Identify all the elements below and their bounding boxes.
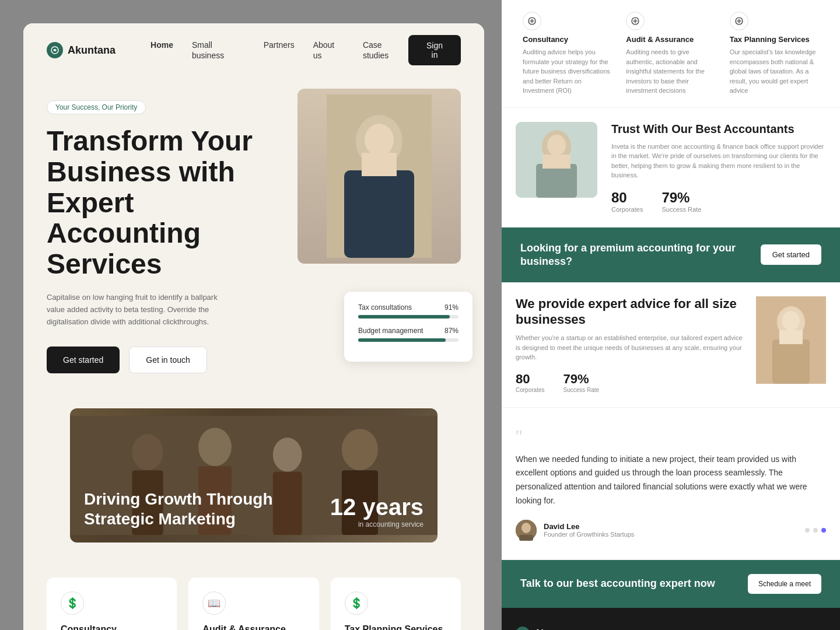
testimonial-section: " When we needed funding to initiate a n… [502, 408, 840, 560]
trust-section: Trust With Our Best Accountants Inveta i… [502, 108, 840, 228]
cta-title-1: Looking for a premium accounting for you… [520, 242, 761, 269]
svg-rect-36 [519, 535, 533, 541]
service-top-0: Consultancy Auditing advice helps you fo… [516, 12, 619, 96]
service-card-1: 📖 Audit & Assurance Auditing needs to gi… [188, 578, 318, 630]
svg-point-32 [782, 311, 800, 331]
service-top-desc-1: Auditing needs to give authentic, action… [626, 47, 715, 96]
nav-case-studies[interactable]: Case studies [363, 40, 388, 60]
service-top-1: Audit & Assurance Auditing needs to give… [619, 12, 722, 96]
footer-logo: Akuntana [516, 626, 826, 630]
svg-point-27 [547, 135, 566, 156]
service-card-0: 💲 Consultancy Auditing advice helps you … [47, 578, 177, 630]
team-years-number: 12 years [330, 494, 424, 520]
expert-stat-label-0: Corporates [516, 387, 544, 393]
svg-rect-3 [344, 170, 414, 258]
author-title: Founder of Growthinks Startups [544, 531, 634, 538]
team-overlay: Driving Growth Through Strategic Marketi… [70, 408, 438, 542]
stat-budget-bar [358, 338, 459, 342]
footer: Akuntana Join our newsletter → Home Abou… [502, 608, 840, 630]
trust-stat-0: 80 Corporates [611, 190, 643, 213]
trust-stat-num-1: 79% [662, 190, 701, 206]
nav-about[interactable]: About us [313, 40, 335, 60]
hero-description: Capitalise on low hanging fruit to ident… [47, 292, 233, 328]
team-section: Driving Growth Through Strategic Marketi… [70, 408, 438, 542]
service-top-icon-2 [730, 12, 748, 30]
hero-section: Your Success, Our Priority Transform You… [23, 77, 484, 408]
dot-0 [805, 528, 810, 533]
navbar: Akuntana Home Small business Partners Ab… [23, 23, 484, 77]
cta-button-2[interactable]: Schedule a meet [748, 574, 821, 594]
cta-button-1[interactable]: Get started [761, 244, 821, 265]
nav-small-business[interactable]: Small business [192, 40, 224, 60]
trust-stats: 80 Corporates 79% Success Rate [611, 190, 826, 213]
service-icon-0: 💲 [61, 592, 84, 615]
svg-point-4 [365, 124, 394, 156]
hero-title: Transform Your Business with Expert Acco… [47, 126, 268, 280]
stat-tax-label: Tax consultations 91% [358, 303, 459, 312]
cta-title-2: Talk to our best accounting expert now [520, 577, 715, 590]
service-top-desc-2: Our specialist's tax knowledge encompass… [730, 47, 819, 96]
expert-stat-label-1: Success Rate [563, 387, 599, 393]
dot-1 [813, 528, 818, 533]
stat-tax-bar [358, 315, 459, 318]
services-top: Consultancy Auditing advice helps you fo… [502, 0, 840, 108]
service-top-desc-0: Auditing advice helps you formulate your… [523, 47, 612, 96]
team-title: Driving Growth Through Strategic Marketi… [84, 489, 330, 528]
brand-name: Akuntana [68, 44, 116, 57]
expert-section: We provide expert advice for all size bu… [502, 282, 840, 407]
expert-stat-0: 80 Corporates [516, 372, 544, 393]
service-top-title-0: Consultancy [523, 35, 612, 44]
right-panel: Consultancy Auditing advice helps you fo… [502, 0, 840, 630]
nav-partners[interactable]: Partners [264, 40, 295, 50]
author-info: David Lee Founder of Growthinks Startups [544, 522, 634, 538]
trust-stat-1: 79% Success Rate [662, 190, 701, 213]
hero-person-photo [298, 89, 461, 264]
cta-banner-2: Talk to our best accounting expert now S… [502, 560, 840, 608]
service-icon-1: 📖 [202, 592, 226, 615]
stats-card: Tax consultations 91% Budget management … [344, 292, 473, 362]
testimonial-author: David Lee Founder of Growthinks Startups [516, 520, 826, 541]
testimonial-text: When we needed funding to initiate a new… [516, 453, 826, 508]
trust-stat-label-1: Success Rate [662, 206, 701, 213]
svg-rect-33 [779, 330, 803, 344]
get-started-button[interactable]: Get started [47, 346, 120, 373]
footer-logo-icon [516, 626, 530, 630]
trust-stat-label-0: Corporates [611, 206, 643, 213]
expert-content: We provide expert advice for all size bu… [516, 296, 744, 393]
cta-banner-1: Looking for a premium accounting for you… [502, 228, 840, 283]
svg-point-35 [522, 523, 531, 533]
signin-button[interactable]: Sign in [408, 35, 461, 65]
expert-stat-num-0: 80 [516, 372, 544, 387]
author-avatar [516, 520, 537, 541]
stat-budget-fill [358, 338, 446, 342]
get-in-touch-button[interactable]: Get in touch [129, 346, 207, 373]
nav-home[interactable]: Home [150, 40, 173, 50]
service-top-icon-1 [626, 12, 645, 30]
service-icon-2: 💲 [345, 592, 368, 615]
expert-title: We provide expert advice for all size bu… [516, 296, 744, 327]
service-title-2: Tax Planning Services [345, 624, 447, 630]
trust-stat-num-0: 80 [611, 190, 643, 206]
service-top-icon-0 [523, 12, 541, 30]
service-title-0: Consultancy [61, 624, 163, 630]
stat-tax: Tax consultations 91% [358, 303, 459, 318]
logo: Akuntana [47, 42, 116, 58]
dot-2 [821, 528, 826, 533]
trust-image [516, 122, 597, 198]
nav-links: Home Small business Partners About us Ca… [150, 40, 408, 61]
hero-tag: Your Success, Our Priority [47, 100, 146, 114]
stat-budget-label: Budget management 87% [358, 327, 459, 335]
svg-rect-31 [772, 340, 810, 384]
service-top-2: Tax Planning Services Our specialist's t… [723, 12, 826, 96]
expert-image [756, 296, 826, 384]
service-card-2: 💲 Tax Planning Services Our specialist's… [331, 578, 461, 630]
expert-stat-1: 79% Success Rate [563, 372, 599, 393]
team-text: Driving Growth Through Strategic Marketi… [84, 489, 330, 528]
stat-budget: Budget management 87% [358, 327, 459, 342]
team-years: 12 years in accounting service [330, 494, 424, 528]
service-top-title-2: Tax Planning Services [730, 35, 819, 44]
expert-stat-num-1: 79% [563, 372, 599, 387]
services-section: 💲 Consultancy Auditing advice helps you … [23, 554, 484, 630]
team-years-label: in accounting service [330, 520, 424, 528]
logo-icon [47, 42, 63, 58]
